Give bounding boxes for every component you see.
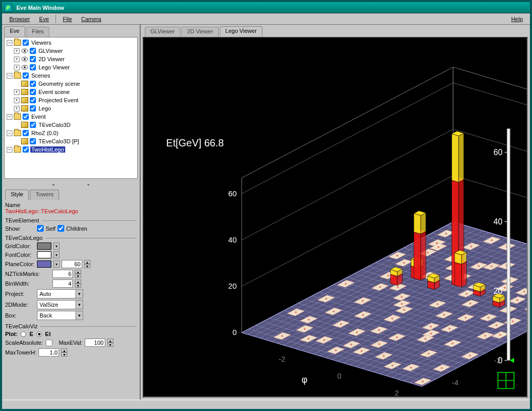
check-children[interactable] [58,225,64,232]
planecolor-dropdown[interactable]: ▾ [53,260,60,268]
mode2d-combo[interactable]: ValSize▼ [37,300,83,309]
tree-event[interactable]: −Event [7,113,136,121]
maxeval-value[interactable] [85,339,105,347]
svg-point-211 [391,317,393,320]
tree-eventscene[interactable]: +Event scene [7,88,136,96]
expand-icon[interactable]: + [14,89,20,95]
tab-2dviewer[interactable]: 2D Viewer [181,27,219,37]
tree-check[interactable] [30,122,36,128]
svg-point-151 [470,246,472,248]
svg-point-237 [425,338,427,340]
tree-view[interactable]: −Viewers +GLViewer +2D Viewer +Lego View… [4,37,138,179]
svg-point-3 [24,58,26,60]
expand-icon[interactable]: + [14,65,20,70]
left-tabs: Eve Files [2,25,140,36]
expand-icon[interactable]: + [14,48,20,54]
spin-up-icon[interactable]: ▲ [75,270,81,274]
spin-down-icon[interactable]: ▼ [75,284,81,288]
tree-2dviewer[interactable]: +2D Viewer [7,55,136,63]
svg-marker-260 [421,213,426,234]
tab-style[interactable]: Style [5,190,29,200]
tree-check[interactable] [30,138,36,144]
tree-check[interactable] [23,146,29,153]
nztickmarks-value[interactable] [52,270,73,278]
project-combo[interactable]: Auto▼ [37,289,83,298]
tree-projectedevent[interactable]: +Projected Event [7,96,136,104]
leaf-icon[interactable] [4,4,12,12]
chevron-down-icon[interactable]: ▼ [75,311,83,320]
svg-point-229 [511,321,514,323]
tree-check[interactable] [23,40,29,46]
tree-check[interactable] [23,114,29,120]
tree-check[interactable] [30,105,36,111]
collapse-icon[interactable]: − [7,147,12,153]
menu-file[interactable]: File [59,15,76,23]
tree-check[interactable] [30,56,36,62]
spin-up-icon[interactable]: ▲ [61,348,67,352]
gridcolor-dropdown[interactable]: ▾ [53,242,60,250]
planecolor-value[interactable] [62,260,82,268]
tab-legoviewer[interactable]: Lego Viewer [220,26,262,36]
tab-eve[interactable]: Eve [4,26,25,36]
tree-viewers[interactable]: −Viewers [7,39,136,47]
binwidth-value[interactable] [52,279,73,288]
tree-check[interactable] [30,97,36,103]
svg-marker-257 [421,231,426,280]
expand-icon[interactable]: + [14,57,20,62]
svg-text:2: 2 [394,389,398,397]
radio-et[interactable] [36,331,42,337]
check-self[interactable] [37,225,44,232]
collapse-icon[interactable]: − [7,114,12,120]
spin-down-icon[interactable]: ▼ [84,264,90,268]
chevron-down-icon[interactable]: ▼ [75,301,83,309]
menu-eve[interactable]: Eve [35,15,53,23]
tree-check[interactable] [30,48,36,54]
gridcolor-swatch[interactable] [37,242,51,250]
spin-down-icon[interactable]: ▼ [75,274,81,278]
spin-up-icon[interactable]: ▲ [75,279,81,284]
box-combo[interactable]: Back▼ [37,311,83,320]
collapse-icon[interactable]: − [7,40,12,46]
splitter-handle[interactable]: ⌄⌄ [2,180,140,188]
spin-up-icon[interactable]: ▲ [84,260,90,264]
chevron-down-icon[interactable]: ▼ [75,290,83,298]
maxtowerh-value[interactable] [39,348,59,357]
tree-tevecalo3dp[interactable]: TEveCalo3D [P] [7,137,136,145]
svg-point-231 [438,246,440,248]
tree-glviewer[interactable]: +GLViewer [7,47,136,55]
tree-check[interactable] [30,81,36,87]
menu-browser[interactable]: Browser [5,15,34,23]
tree-check[interactable] [23,130,29,136]
titlebar[interactable]: Eve Main Window [2,2,530,13]
menu-help[interactable]: Help [507,15,527,23]
tree-legoviewer[interactable]: +Lego Viewer [7,63,136,71]
tree-check[interactable] [30,64,36,70]
tree-scenes[interactable]: −Scenes [7,71,136,80]
lego-viewer-canvas[interactable]: 0204060-202-4-2024φηEt[GeV] 66.80204060 [143,37,528,398]
tree-lego[interactable]: +Lego [7,104,136,113]
tree-check[interactable] [23,72,29,79]
tab-files[interactable]: Files [26,27,49,37]
tree-twohistlego[interactable]: −TwoHistLego [7,145,136,154]
eye-icon [21,57,28,62]
tree-rhoz[interactable]: −RhoZ (0.0) [7,129,136,137]
tab-glviewer[interactable]: GLViewer [145,27,180,37]
fontcolor-dropdown[interactable]: ▾ [53,251,60,258]
planecolor-swatch[interactable] [37,260,51,268]
expand-icon[interactable]: + [14,98,20,103]
tree-check[interactable] [30,89,36,95]
svg-point-163 [469,303,471,305]
collapse-icon[interactable]: − [7,73,12,79]
fontcolor-swatch[interactable] [37,251,51,258]
radio-e[interactable] [21,331,26,337]
spin-down-icon[interactable]: ▼ [107,343,113,347]
check-scaleabs[interactable] [46,340,52,346]
collapse-icon[interactable]: − [7,130,12,136]
tab-towers[interactable]: Towers [30,190,59,200]
expand-icon[interactable]: + [14,106,20,111]
spin-down-icon[interactable]: ▼ [61,352,67,357]
tree-geometryscene[interactable]: Geometry scene [7,80,136,88]
tree-tevecalo3d[interactable]: TEveCalo3D [7,121,136,129]
spin-up-icon[interactable]: ▲ [107,339,113,343]
menu-camera[interactable]: Camera [77,15,105,23]
